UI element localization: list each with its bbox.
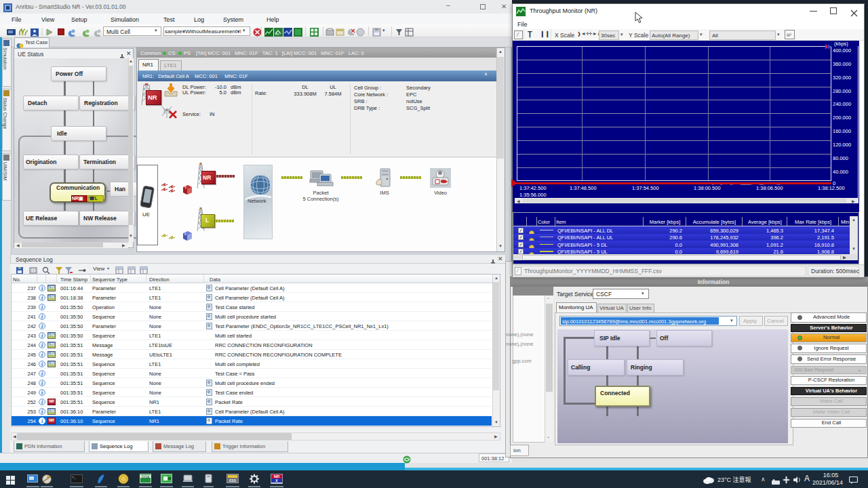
- svg-text:Av: Av: [275, 32, 279, 36]
- svg-text:T: T: [184, 186, 186, 190]
- svg-text:L: L: [184, 232, 186, 236]
